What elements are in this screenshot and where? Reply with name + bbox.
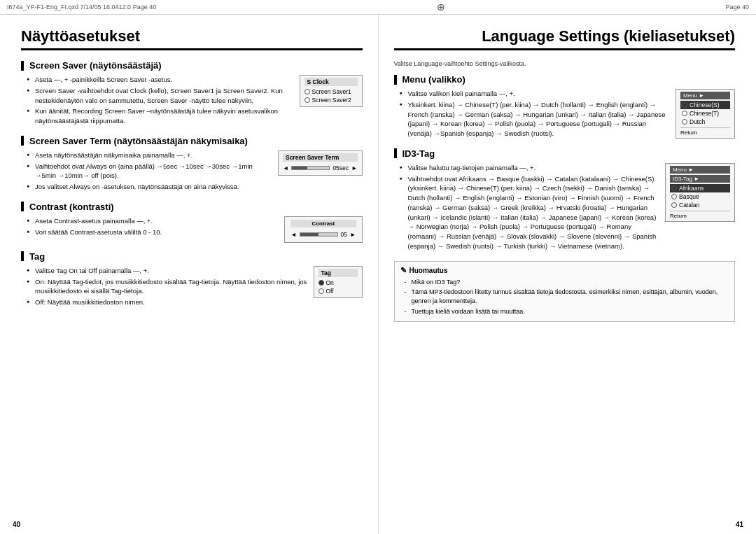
section-header-screen-saver: Screen Saver (näytönsäästäjä) — [21, 60, 363, 71]
radio-icon — [304, 97, 310, 103]
section-header-menu: Menu (valikko) — [394, 74, 736, 85]
widget-slider: ◄ 05sec ► — [283, 163, 358, 173]
page-label: Page 40 — [725, 3, 749, 10]
menu-text: Valitse valikon kieli painamalla —, +. Y… — [394, 89, 671, 140]
tag-title: Tag — [318, 269, 358, 277]
page-right: Language Settings (kieliasetukset) Valit… — [379, 15, 757, 534]
menu-title-bar: Menu ► — [680, 92, 730, 99]
contrast-slider: ◄ 05 ► — [290, 230, 356, 239]
slider-right-icon: ► — [351, 164, 357, 171]
screen-saver-list: Aseta —, + -painikkeilla Screen Saver -a… — [21, 75, 288, 126]
list-item: Kun äänität, Recording Screen Saver –näy… — [27, 106, 288, 126]
list-item: Valitse haluttu tag-tietojen painamalla … — [400, 163, 660, 173]
radio-icon — [682, 102, 687, 108]
intro-text: Valitse Language-vaihtoehto Settings-val… — [394, 60, 736, 67]
section-id3tag: ID3-Tag Valitse haluttu tag-tietojen pai… — [394, 148, 736, 253]
tag-content: Valitse Tag On tai Off painamalla —, +. … — [21, 266, 363, 309]
widget-title: S Clock — [304, 78, 358, 86]
widget-inner: Screen Saver1 Screen Saver2 — [304, 87, 358, 104]
list-item: Aseta —, + -painikkeilla Screen Saver -a… — [27, 75, 288, 85]
radio-icon — [318, 288, 324, 294]
menu-return: Return — [680, 127, 730, 136]
contrast-content: Aseta Contrast-asetus painamalla —, +. V… — [21, 216, 363, 243]
section-tag: Tag Valitse Tag On tai Off painamalla —,… — [21, 251, 363, 309]
id3tag-content: Valitse haluttu tag-tietojen painamalla … — [394, 163, 736, 253]
widget-title: Screen Saver Term — [283, 153, 358, 162]
id3-item: Basque — [670, 192, 730, 201]
page-number-right: 41 — [736, 521, 743, 528]
menu-widget: Menu ► Chinese(S) Chinese(T) Dutch — [676, 89, 735, 139]
menu-content: Valitse valikon kieli painamalla —, +. Y… — [394, 89, 736, 140]
id3-return: Return — [670, 211, 730, 219]
radio-icon — [682, 111, 687, 116]
contrast-list: Aseta Contrast-asetus painamalla —, +. V… — [21, 216, 273, 237]
list-item: Tämä MP3-tiedostoon liitetty tunnus sisä… — [405, 288, 729, 305]
tag-text: Valitse Tag On tai Off painamalla —, +. … — [21, 266, 308, 309]
list-item: Off: Näyttää musiikkitiedoston nimen. — [27, 297, 308, 307]
list-item: Aseta näytönsäästäjän näkymisaika painam… — [27, 150, 267, 160]
widget-item: Screen Saver1 — [304, 87, 358, 96]
list-item: Vaihtoehdot ovat Afrikaans → Basque (bas… — [400, 174, 660, 251]
tag-list: Valitse Tag On tai Off painamalla —, +. … — [21, 266, 308, 307]
radio-icon — [671, 194, 677, 199]
id3-bar: ID3-Tag ► — [670, 175, 730, 183]
id3-widget: Menu ► ID3-Tag ► Afrikaans Basque — [665, 163, 735, 222]
top-bar: I674a_YP-F1-Eng_FI.qxd 7/14/05 16:0412:0… — [0, 0, 756, 15]
main-content: Näyttöasetukset Screen Saver (näytönsääs… — [0, 15, 756, 534]
menu-item: Chinese(T) — [680, 109, 730, 118]
page-title-right: Language Settings (kieliasetukset) — [394, 27, 736, 50]
slider-right-icon: ► — [350, 231, 356, 238]
tag-item: On — [318, 279, 358, 287]
slider-fill — [300, 233, 319, 236]
slider-left-icon: ◄ — [290, 231, 296, 238]
list-item: Aseta Contrast-asetus painamalla —, +. — [27, 216, 273, 226]
page-wrapper: I674a_YP-F1-Eng_FI.qxd 7/14/05 16:0412:0… — [0, 0, 756, 534]
radio-icon — [304, 89, 310, 94]
list-item: Valitse Tag On tai Off painamalla —, +. — [27, 266, 308, 276]
screen-saver-text: Aseta —, + -painikkeilla Screen Saver -a… — [21, 75, 288, 127]
section-contrast: Contrast (kontrasti) Aseta Contrast-aset… — [21, 202, 363, 243]
slider-bar — [291, 166, 330, 170]
radio-icon — [318, 280, 324, 286]
slider-left-icon: ◄ — [283, 164, 288, 171]
id3-item: Afrikaans — [670, 184, 730, 192]
list-item: Vaihtoehdot ovat Always on (aina päällä)… — [27, 162, 267, 181]
id3-menu-bar: Menu ► — [670, 166, 730, 174]
radio-icon — [671, 202, 677, 208]
section-menu: Menu (valikko) Valitse valikon kieli pai… — [394, 74, 736, 140]
screen-saver-content: Aseta —, + -painikkeilla Screen Saver -a… — [21, 75, 363, 127]
page-left: Näyttöasetukset Screen Saver (näytönsääs… — [0, 15, 379, 534]
list-item: Tuettuja kieliä voidaan lisätä tai muutt… — [405, 307, 729, 316]
list-item: Valitse valikon kieli painamalla —, +. — [400, 89, 671, 99]
list-item: On: Näyttää Tag-tiedot, jos musiikkitied… — [27, 277, 308, 297]
screen-saver-term-list: Aseta näytönsäästäjän näkymisaika painam… — [21, 150, 267, 192]
file-info: I674a_YP-F1-Eng_FI.qxd 7/14/05 16:0412:0… — [7, 3, 156, 10]
menu-item: Chinese(S) — [680, 101, 730, 109]
radio-icon — [682, 119, 687, 125]
contrast-widget: Contrast ◄ 05 ► — [284, 216, 362, 243]
list-item: Mikä on ID3 Tag? — [405, 278, 729, 287]
page-number-left: 40 — [13, 521, 20, 528]
crosshair-icon: ⊕ — [437, 1, 445, 13]
tag-item: Off — [318, 287, 358, 295]
screen-saver-term-text: Aseta näytönsäästäjän näkymisaika painam… — [21, 150, 267, 193]
menu-list: Valitse valikon kieli painamalla —, +. Y… — [394, 89, 671, 139]
slider-fill — [292, 167, 307, 169]
id3tag-text: Valitse haluttu tag-tietojen painamalla … — [394, 163, 660, 253]
section-header-contrast: Contrast (kontrasti) — [21, 202, 363, 212]
id3tag-list: Valitse haluttu tag-tietojen painamalla … — [394, 163, 660, 251]
slider-bar — [300, 232, 338, 237]
section-screen-saver-term: Screen Saver Term (näytönsäästäjän näkym… — [21, 136, 363, 193]
huomautus-title: Huomautus — [400, 266, 729, 275]
radio-icon — [671, 185, 677, 191]
screen-saver-term-widget: Screen Saver Term ◄ 05sec ► — [278, 150, 363, 176]
contrast-text: Aseta Contrast-asetus painamalla —, +. V… — [21, 216, 273, 239]
section-header-id3tag: ID3-Tag — [394, 148, 736, 159]
list-item: Voit säätää Contrast-asetusta väliltä 0 … — [27, 227, 273, 237]
tag-widget: Tag On Off — [314, 266, 363, 298]
section-header-screen-saver-term: Screen Saver Term (näytönsäästäjän näkym… — [21, 136, 363, 146]
list-item: Jos valitset Always on -asetuksen, näytö… — [27, 182, 267, 192]
section-screen-saver: Screen Saver (näytönsäästäjä) Aseta —, +… — [21, 60, 363, 127]
huomautus-list: Mikä on ID3 Tag? Tämä MP3-tiedostoon lii… — [400, 278, 729, 316]
widget-item: Screen Saver2 — [304, 96, 358, 104]
